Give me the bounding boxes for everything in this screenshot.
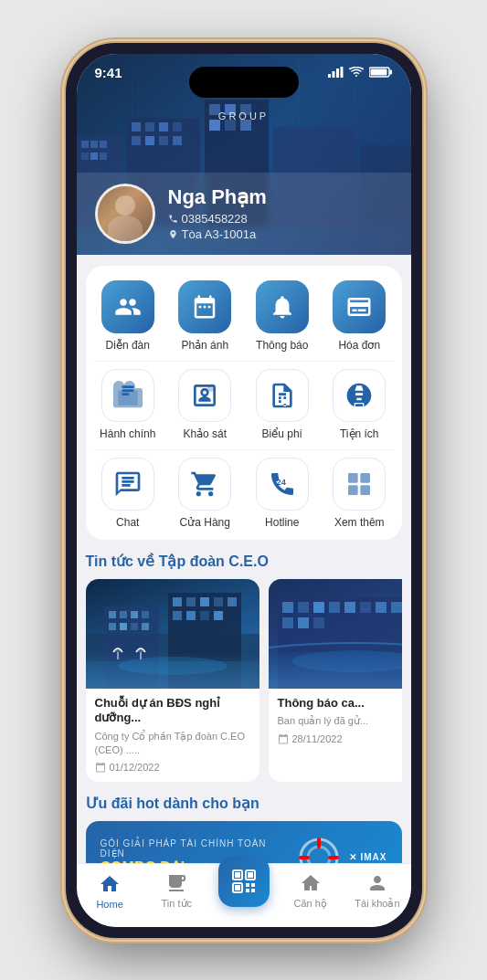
content-scroll[interactable]: Diễn đàn Phản ánh xyxy=(77,255,411,863)
svg-rect-32 xyxy=(173,611,182,620)
status-time: 9:41 xyxy=(95,63,122,80)
status-icons xyxy=(328,63,393,78)
promo-section: Ưu đãi hot dành cho bạn GÓI GIẢI PHÁP TÀ… xyxy=(86,795,402,863)
phan-anh-box xyxy=(178,280,231,333)
svg-rect-3 xyxy=(340,67,343,78)
svg-rect-8 xyxy=(122,389,133,392)
svg-rect-30 xyxy=(214,597,223,606)
utility-icon xyxy=(344,381,374,410)
phone-wrapper: 9:41 xyxy=(0,0,487,980)
tien-ich-label: Tiện ích xyxy=(340,427,379,440)
svg-rect-46 xyxy=(344,602,355,613)
chat-box xyxy=(101,458,154,511)
nav-item-can-ho[interactable]: Căn hộ xyxy=(277,871,344,910)
hero-section: 9:41 xyxy=(77,54,411,255)
hanh-chinh-label: Hành chính xyxy=(100,427,155,440)
cua-hang-label: Cửa Hàng xyxy=(180,516,230,529)
notification-icon xyxy=(269,293,296,321)
icon-item-tien-ich[interactable]: Tiện ích xyxy=(324,369,395,440)
apartment-icon xyxy=(300,872,322,894)
chat-label: Chat xyxy=(116,516,139,529)
more-icon xyxy=(344,469,374,499)
svg-rect-61 xyxy=(248,872,253,878)
news-body-1: Chuỗi dự án BĐS nghỉ dưỡng... Công ty Cổ… xyxy=(86,689,259,782)
tien-ich-box xyxy=(333,369,386,422)
icon-item-khao-sat[interactable]: Khảo sát xyxy=(170,369,240,440)
group-label: GROUP xyxy=(218,111,269,121)
hanh-chinh-box xyxy=(101,369,154,422)
news-title-1: Chuỗi dự án BĐS nghỉ dưỡng... xyxy=(95,696,250,727)
feedback-icon xyxy=(191,293,218,321)
svg-rect-17 xyxy=(104,606,159,689)
phone-number: 0385458228 xyxy=(182,212,248,226)
svg-rect-34 xyxy=(200,611,209,620)
icon-item-bieu-phi[interactable]: Biểu phí xyxy=(248,369,318,440)
svg-point-57 xyxy=(308,847,330,863)
svg-rect-66 xyxy=(246,889,249,892)
news-date-1: 01/12/2022 xyxy=(95,762,250,773)
apartment-nav-icon xyxy=(299,871,323,895)
svg-rect-7 xyxy=(122,385,133,388)
nav-item-scan[interactable] xyxy=(210,874,277,907)
home-nav-icon xyxy=(98,872,122,896)
profile-address: Tòa A3-1001a xyxy=(168,227,393,241)
icon-item-dien-dan[interactable]: Diễn đàn xyxy=(93,280,164,352)
thong-bao-box xyxy=(256,280,309,333)
news-title-2: Thông báo ca... xyxy=(278,696,402,711)
account-icon xyxy=(366,872,388,894)
icon-item-chat[interactable]: Chat xyxy=(93,458,164,529)
icon-item-hanh-chinh[interactable]: Hành chính xyxy=(93,369,164,440)
promo-content: GÓI GIẢI PHÁP TÀI CHÍNH TOÀN DIỆN COMBO … xyxy=(86,827,296,862)
news-body-2: Thông báo ca... Ban quản lý đã gử... 28/… xyxy=(269,689,402,753)
nav-item-home[interactable]: Home xyxy=(77,872,143,910)
svg-rect-26 xyxy=(168,593,241,689)
nav-item-tai-khoan[interactable]: Tài khoản xyxy=(344,871,410,910)
icon-item-xem-them[interactable]: Xem thêm xyxy=(324,458,395,529)
icon-item-cua-hang[interactable]: Cửa Hàng xyxy=(170,458,240,529)
scan-button[interactable] xyxy=(218,856,270,907)
dien-dan-box xyxy=(101,280,154,333)
bieu-phi-label: Biểu phí xyxy=(262,427,302,440)
hotline-label: Hotline xyxy=(265,516,299,529)
svg-rect-29 xyxy=(200,597,209,606)
svg-rect-59 xyxy=(235,872,240,878)
hero-profile: Nga Phạm 0385458228 Tòa A3-1001a xyxy=(77,173,411,255)
avatar-ring xyxy=(95,184,155,244)
survey-icon xyxy=(190,381,219,410)
icon-item-thong-bao[interactable]: Thông báo xyxy=(248,280,318,352)
screen: 9:41 xyxy=(77,54,411,927)
svg-point-37 xyxy=(118,657,228,675)
profile-phone: 0385458228 xyxy=(168,212,393,226)
news-img-2 xyxy=(269,579,402,689)
can-ho-nav-label: Căn hộ xyxy=(294,898,327,910)
svg-rect-48 xyxy=(376,602,386,613)
news-scroll[interactable]: Chuỗi dự án BĐS nghỉ dưỡng... Công ty Cổ… xyxy=(86,579,402,782)
svg-rect-33 xyxy=(186,611,196,620)
home-icon xyxy=(99,873,121,895)
icon-item-hoa-don[interactable]: Hóa đơn xyxy=(324,280,395,352)
svg-rect-65 xyxy=(251,883,255,887)
icon-item-phan-anh[interactable]: Phản ánh xyxy=(170,280,240,352)
imax-label: ✕ IMAX xyxy=(349,852,387,862)
invoice-icon xyxy=(345,293,373,321)
thong-bao-label: Thông báo xyxy=(256,339,308,352)
svg-text:24: 24 xyxy=(276,478,286,487)
svg-rect-13 xyxy=(361,473,371,483)
hoa-don-label: Hóa đơn xyxy=(338,339,380,352)
svg-rect-42 xyxy=(282,602,293,613)
news-card-1[interactable]: Chuỗi dự án BĐS nghỉ dưỡng... Công ty Cổ… xyxy=(86,579,259,782)
news-card-2[interactable]: Thông báo ca... Ban quản lý đã gử... 28/… xyxy=(269,579,402,782)
svg-rect-35 xyxy=(214,611,223,620)
nav-item-tin-tuc[interactable]: Tin tức xyxy=(143,871,210,910)
profile-info: Nga Phạm 0385458228 Tòa A3-1001a xyxy=(168,185,393,240)
svg-rect-54 xyxy=(269,652,402,689)
promo-section-title: Ưu đãi hot dành cho bạn xyxy=(86,795,402,812)
calendar-icon-1 xyxy=(95,762,106,773)
svg-point-55 xyxy=(291,650,402,672)
icon-item-hotline[interactable]: 24 Hotline xyxy=(248,458,318,529)
qr-icon xyxy=(230,868,258,895)
svg-rect-28 xyxy=(186,597,196,606)
news-img-1 xyxy=(86,579,259,689)
lifesaver-svg xyxy=(299,838,339,863)
news-date-2: 28/11/2022 xyxy=(278,733,402,744)
